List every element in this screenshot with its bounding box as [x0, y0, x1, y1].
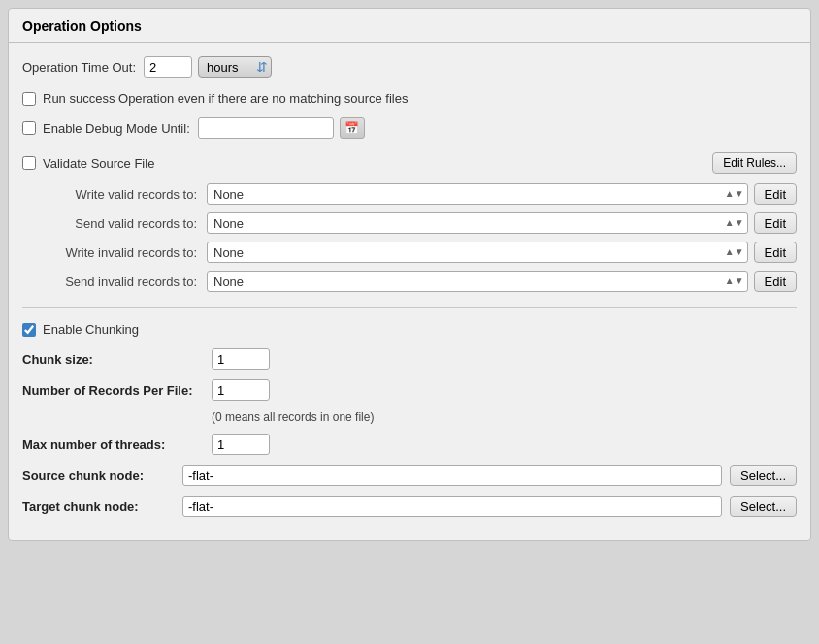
chunk-size-row: Chunk size:	[22, 348, 797, 370]
chunk-size-input[interactable]	[212, 348, 270, 370]
hint-text: (0 means all records in one file)	[22, 410, 797, 424]
send-invalid-select[interactable]: None	[207, 271, 748, 292]
panel-title: Operation Options	[9, 9, 810, 43]
write-valid-select[interactable]: None	[207, 183, 748, 205]
validate-row-1: Send valid records to: None ▲▼ Edit	[42, 212, 797, 234]
target-chunk-row: Target chunk node: Select...	[22, 496, 797, 517]
timeout-label: Operation Time Out:	[22, 60, 136, 75]
send-invalid-edit-button[interactable]: Edit	[754, 271, 797, 292]
timeout-row: Operation Time Out: minutes hours days ⇵	[22, 56, 797, 78]
target-chunk-input[interactable]	[182, 496, 722, 517]
debug-date-input[interactable]	[198, 117, 334, 139]
target-chunk-label: Target chunk node:	[22, 499, 182, 514]
validate-header: Validate Source File Edit Rules...	[22, 152, 797, 174]
validate-row-2: Write invalid records to: None ▲▼ Edit	[42, 242, 797, 263]
records-per-file-input[interactable]	[212, 379, 270, 401]
debug-label: Enable Debug Mode Until:	[43, 121, 190, 136]
timeout-input[interactable]	[144, 56, 192, 78]
send-valid-select-wrapper: None ▲▼	[207, 212, 748, 234]
hours-select[interactable]: minutes hours days	[198, 56, 272, 78]
run-success-label: Run success Operation even if there are …	[43, 91, 408, 106]
source-chunk-input[interactable]	[182, 465, 722, 486]
write-invalid-edit-button[interactable]: Edit	[754, 242, 797, 263]
chunking-header: Enable Chunking	[22, 322, 797, 337]
validate-checkbox[interactable]	[22, 156, 36, 170]
validate-label: Validate Source File	[43, 156, 154, 171]
send-invalid-label: Send invalid records to:	[42, 274, 207, 289]
debug-row: Enable Debug Mode Until: 📅	[22, 117, 797, 139]
write-invalid-select-wrapper: None ▲▼	[207, 242, 748, 263]
write-valid-label: Write valid records to:	[42, 187, 207, 202]
chunking-checkbox[interactable]	[22, 323, 36, 337]
debug-checkbox[interactable]	[22, 121, 36, 135]
send-valid-edit-button[interactable]: Edit	[754, 212, 797, 234]
max-threads-input[interactable]	[212, 434, 270, 455]
target-chunk-select-button[interactable]: Select...	[730, 496, 797, 517]
edit-rules-button[interactable]: Edit Rules...	[712, 152, 797, 174]
operation-options-panel: Operation Options Operation Time Out: mi…	[8, 8, 811, 541]
validate-rows: Write valid records to: None ▲▼ Edit Sen…	[22, 183, 797, 292]
source-chunk-row: Source chunk node: Select...	[22, 465, 797, 486]
section-divider	[22, 307, 797, 308]
records-per-file-label: Number of Records Per File:	[22, 383, 212, 398]
validate-left: Validate Source File	[22, 156, 154, 171]
source-chunk-label: Source chunk node:	[22, 468, 182, 483]
run-success-row: Run success Operation even if there are …	[22, 91, 797, 106]
max-threads-row: Max number of threads:	[22, 434, 797, 455]
send-valid-select[interactable]: None	[207, 212, 748, 234]
validate-row-0: Write valid records to: None ▲▼ Edit	[42, 183, 797, 205]
hours-select-wrapper: minutes hours days ⇵	[198, 56, 272, 78]
max-threads-label: Max number of threads:	[22, 437, 212, 452]
send-invalid-select-wrapper: None ▲▼	[207, 271, 748, 292]
send-valid-label: Send valid records to:	[42, 216, 207, 231]
chunking-section: Enable Chunking Chunk size: Number of Re…	[22, 322, 797, 517]
run-success-checkbox[interactable]	[22, 92, 36, 106]
validate-section: Validate Source File Edit Rules... Write…	[22, 152, 797, 292]
calendar-button[interactable]: 📅	[340, 117, 365, 139]
write-invalid-label: Write invalid records to:	[42, 245, 207, 260]
write-valid-edit-button[interactable]: Edit	[754, 183, 797, 205]
source-chunk-select-button[interactable]: Select...	[730, 465, 797, 486]
panel-content: Operation Time Out: minutes hours days ⇵…	[9, 43, 810, 540]
write-invalid-select[interactable]: None	[207, 242, 748, 263]
chunking-label: Enable Chunking	[43, 322, 139, 337]
validate-row-3: Send invalid records to: None ▲▼ Edit	[42, 271, 797, 292]
chunk-size-label: Chunk size:	[22, 352, 212, 367]
write-valid-select-wrapper: None ▲▼	[207, 183, 748, 205]
records-per-file-row: Number of Records Per File:	[22, 379, 797, 401]
